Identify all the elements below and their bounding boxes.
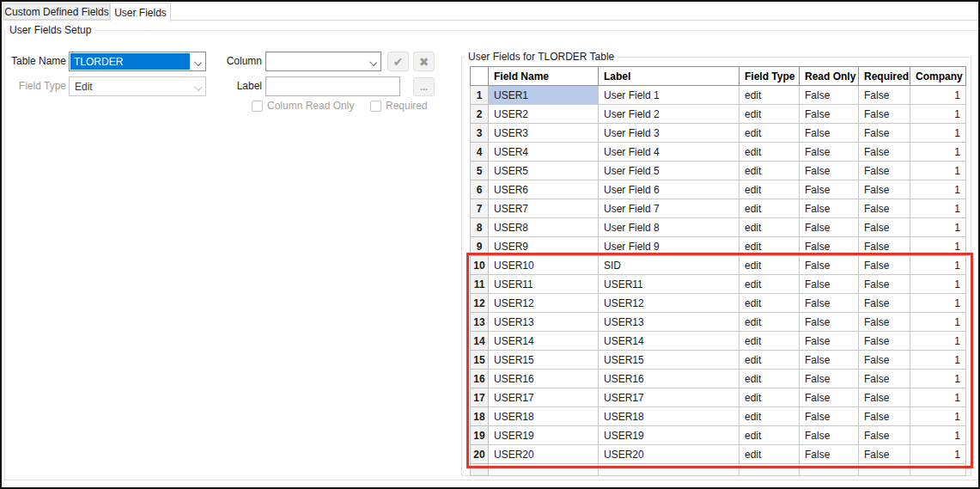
cell-label[interactable]: USER15 xyxy=(599,351,740,370)
cell-field-name[interactable]: USER12 xyxy=(489,294,599,313)
cell-company[interactable]: 1 xyxy=(910,143,966,162)
row-number-cell[interactable]: 3 xyxy=(471,124,489,143)
cell-company[interactable]: 1 xyxy=(910,351,966,370)
table-name-combobox[interactable]: TLORDER xyxy=(69,52,206,71)
cell-field-type[interactable]: edit xyxy=(740,237,800,256)
cell-read-only[interactable]: False xyxy=(800,105,859,124)
cell-field-name[interactable]: USER18 xyxy=(489,407,599,426)
cell-label[interactable]: User Field 4 xyxy=(599,143,740,162)
cell-read-only[interactable]: False xyxy=(800,124,859,143)
cell-company[interactable]: 1 xyxy=(910,313,966,332)
cell-label[interactable]: USER18 xyxy=(599,407,740,426)
row-number-cell[interactable]: 17 xyxy=(471,388,489,407)
cell-company[interactable]: 1 xyxy=(910,105,966,124)
field-type-combobox[interactable]: Edit xyxy=(69,76,206,96)
cell-read-only[interactable]: False xyxy=(800,256,859,275)
cell-read-only[interactable]: False xyxy=(800,426,859,445)
row-number-cell[interactable]: 2 xyxy=(471,105,489,124)
cell-read-only[interactable]: False xyxy=(800,143,859,162)
cell-company[interactable]: 1 xyxy=(910,332,966,351)
row-number-cell[interactable]: 16 xyxy=(471,370,489,388)
cell-field-type[interactable]: edit xyxy=(740,199,800,218)
cell-field-type[interactable]: edit xyxy=(740,407,800,426)
cell-required[interactable]: False xyxy=(859,407,910,426)
cell-field-type[interactable]: edit xyxy=(740,388,800,407)
cell-field-name[interactable]: USER13 xyxy=(489,313,599,332)
cell-label[interactable]: User Field 7 xyxy=(599,199,740,218)
cell-read-only[interactable]: False xyxy=(800,294,859,313)
cell-company[interactable]: 1 xyxy=(910,294,966,313)
cell-field-name[interactable]: USER4 xyxy=(489,143,599,162)
cell-required[interactable]: False xyxy=(859,218,910,237)
cell-field-type[interactable]: edit xyxy=(740,256,800,275)
cell-company[interactable]: 1 xyxy=(910,86,966,105)
cell-label[interactable]: SID xyxy=(599,256,740,275)
cancel-button[interactable]: ✖ xyxy=(413,52,435,71)
row-number-cell[interactable]: 1 xyxy=(471,86,489,105)
cell-label[interactable]: User Field 6 xyxy=(599,180,740,199)
cell-company[interactable]: 1 xyxy=(910,199,966,218)
cell-field-name[interactable]: USER1 xyxy=(489,86,599,105)
cell-field-name[interactable]: USER14 xyxy=(489,332,599,351)
label-input[interactable] xyxy=(265,76,400,96)
cell-field-name[interactable]: USER19 xyxy=(489,426,599,445)
cell-required[interactable]: False xyxy=(859,105,910,124)
cell-field-name[interactable]: USER9 xyxy=(489,237,599,256)
row-number-cell[interactable]: 6 xyxy=(471,180,489,199)
row-number-cell[interactable]: 7 xyxy=(471,199,489,218)
cell-read-only[interactable]: False xyxy=(800,237,859,256)
cell-required[interactable]: False xyxy=(859,294,910,313)
row-number-cell[interactable]: 11 xyxy=(471,275,489,294)
row-number-cell[interactable]: 20 xyxy=(471,445,489,464)
cell-label[interactable]: USER17 xyxy=(599,388,740,407)
cell-read-only[interactable]: False xyxy=(800,275,859,294)
cell-field-name[interactable]: USER11 xyxy=(489,275,599,294)
row-number-cell[interactable]: 15 xyxy=(471,351,489,370)
cell-field-type[interactable]: edit xyxy=(740,313,800,332)
cell-required[interactable]: False xyxy=(859,426,910,445)
cell-required[interactable]: False xyxy=(859,275,910,294)
cell-company[interactable]: 1 xyxy=(910,256,966,275)
cell-label[interactable]: User Field 1 xyxy=(599,86,740,105)
cell-required[interactable]: False xyxy=(859,162,910,180)
cell-read-only[interactable]: False xyxy=(800,218,859,237)
cell-company[interactable]: 1 xyxy=(910,180,966,199)
required-checkbox[interactable] xyxy=(370,101,381,112)
ellipsis-button[interactable]: ... xyxy=(413,77,435,96)
cell-required[interactable]: False xyxy=(859,86,910,105)
cell-company[interactable]: 1 xyxy=(910,124,966,143)
row-number-cell[interactable]: 13 xyxy=(471,313,489,332)
cell-field-name[interactable]: USER7 xyxy=(489,199,599,218)
cell-field-name[interactable]: USER8 xyxy=(489,218,599,237)
cell-company[interactable]: 1 xyxy=(910,218,966,237)
tab-user-fields[interactable]: User Fields xyxy=(110,3,171,21)
cell-field-name[interactable]: USER6 xyxy=(489,180,599,199)
cell-field-name[interactable]: USER20 xyxy=(489,445,599,464)
confirm-button[interactable]: ✔ xyxy=(387,52,409,71)
cell-company[interactable]: 1 xyxy=(910,388,966,407)
cell-field-type[interactable]: edit xyxy=(740,105,800,124)
column-combobox[interactable] xyxy=(265,52,381,71)
row-number-cell[interactable]: 9 xyxy=(471,237,489,256)
cell-required[interactable]: False xyxy=(859,199,910,218)
cell-label[interactable]: USER16 xyxy=(599,370,740,388)
cell-company[interactable]: 1 xyxy=(910,162,966,180)
cell-field-type[interactable]: edit xyxy=(740,294,800,313)
cell-company[interactable]: 1 xyxy=(910,445,966,464)
cell-label[interactable]: User Field 2 xyxy=(599,105,740,124)
row-number-cell[interactable]: 8 xyxy=(471,218,489,237)
cell-required[interactable]: False xyxy=(859,256,910,275)
cell-field-type[interactable]: edit xyxy=(740,143,800,162)
cell-required[interactable]: False xyxy=(859,351,910,370)
row-number-cell[interactable]: 14 xyxy=(471,332,489,351)
cell-field-name[interactable]: USER2 xyxy=(489,105,599,124)
cell-field-name[interactable]: USER5 xyxy=(489,162,599,180)
cell-label[interactable]: USER13 xyxy=(599,313,740,332)
row-number-cell[interactable]: 18 xyxy=(471,407,489,426)
cell-required[interactable]: False xyxy=(859,313,910,332)
cell-company[interactable]: 1 xyxy=(910,237,966,256)
cell-read-only[interactable]: False xyxy=(800,351,859,370)
cell-required[interactable]: False xyxy=(859,237,910,256)
cell-label[interactable]: USER12 xyxy=(599,294,740,313)
cell-read-only[interactable]: False xyxy=(800,332,859,351)
